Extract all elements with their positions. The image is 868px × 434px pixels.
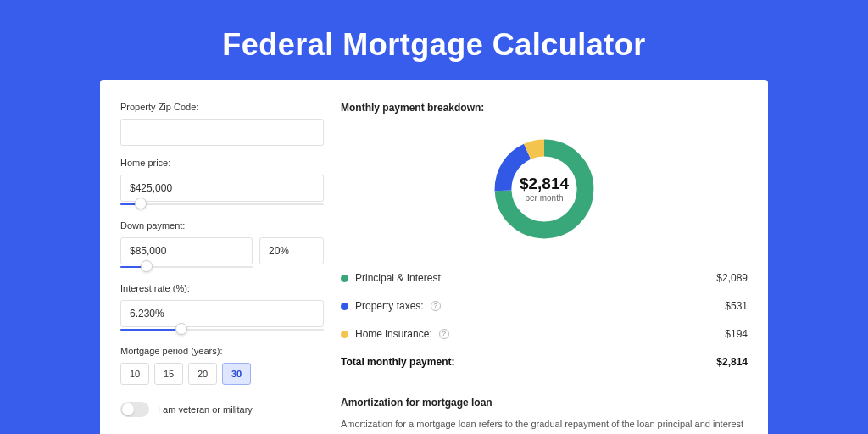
donut-center-sub: per month <box>525 193 563 203</box>
down-payment-slider-thumb[interactable] <box>141 260 153 272</box>
period-option-15[interactable]: 15 <box>154 363 183 385</box>
home-price-label: Home price: <box>120 158 327 168</box>
down-payment-slider[interactable] <box>120 263 253 271</box>
home_insurance-dot-icon <box>341 331 348 338</box>
property_taxes-dot-icon <box>341 303 348 310</box>
results-panel: Monthly payment breakdown: $2,814 per mo… <box>327 102 768 434</box>
home_insurance-label: Home insurance: <box>355 328 432 340</box>
total-value: $2,814 <box>716 356 748 368</box>
legend-row-property_taxes: Property taxes:?$531 <box>341 292 748 320</box>
zip-label: Property Zip Code: <box>120 102 327 112</box>
page-title: Federal Mortgage Calculator <box>0 0 868 80</box>
down-payment-label: Down payment: <box>120 220 327 231</box>
home_insurance-value: $194 <box>725 328 748 340</box>
home-price-slider-thumb[interactable] <box>135 198 147 209</box>
property_taxes-value: $531 <box>725 300 748 312</box>
down-payment-amount-input[interactable] <box>120 237 253 264</box>
amortization-title: Amortization for mortgage loan <box>341 381 748 409</box>
interest-rate-input[interactable] <box>120 300 324 327</box>
interest-rate-slider[interactable] <box>120 326 324 334</box>
period-option-10[interactable]: 10 <box>120 363 149 385</box>
interest-rate-slider-thumb[interactable] <box>175 323 187 335</box>
home-price-slider[interactable] <box>120 200 324 209</box>
mortgage-period-options: 10152030 <box>120 363 327 385</box>
period-option-30[interactable]: 30 <box>222 363 251 385</box>
principal_interest-dot-icon <box>341 275 348 282</box>
legend-row-principal_interest: Principal & Interest:$2,089 <box>341 264 748 292</box>
period-option-20[interactable]: 20 <box>188 363 217 385</box>
interest-rate-label: Interest rate (%): <box>120 283 327 293</box>
down-payment-percent-input[interactable] <box>259 237 324 264</box>
legend-row-total: Total monthly payment:$2,814 <box>341 348 748 376</box>
donut-center-amount: $2,814 <box>520 175 569 192</box>
home_insurance-info-icon[interactable]: ? <box>439 329 449 339</box>
legend-row-home_insurance: Home insurance:?$194 <box>341 320 748 348</box>
property_taxes-label: Property taxes: <box>355 300 424 312</box>
zip-input[interactable] <box>120 119 324 146</box>
payment-donut-chart: $2,814 per month <box>341 125 748 253</box>
input-form: Property Zip Code: Home price: Down paym… <box>100 102 327 434</box>
calculator-panel: Property Zip Code: Home price: Down paym… <box>100 80 768 434</box>
principal_interest-label: Principal & Interest: <box>355 272 443 284</box>
breakdown-title: Monthly payment breakdown: <box>341 102 748 114</box>
veteran-toggle-label: I am veteran or military <box>158 404 253 415</box>
total-label: Total monthly payment: <box>341 356 454 368</box>
amortization-body: Amortization for a mortgage loan refers … <box>341 417 748 434</box>
veteran-toggle[interactable] <box>120 402 149 417</box>
payment-legend: Principal & Interest:$2,089Property taxe… <box>341 264 748 376</box>
home-price-input[interactable] <box>120 175 324 202</box>
property_taxes-info-icon[interactable]: ? <box>431 301 441 311</box>
mortgage-period-label: Mortgage period (years): <box>120 346 327 356</box>
principal_interest-value: $2,089 <box>716 272 748 284</box>
